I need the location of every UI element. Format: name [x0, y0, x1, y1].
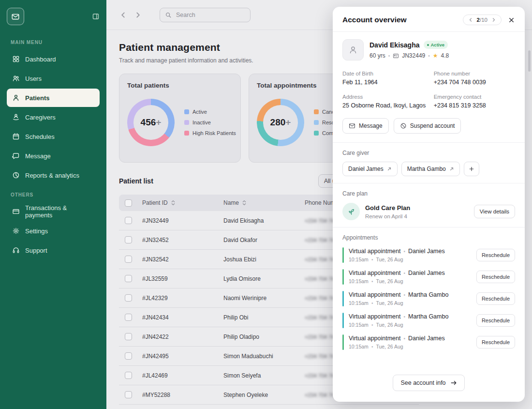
- care-plan-name: Gold Care Plan: [365, 204, 410, 212]
- sidebar-item-label: Message: [25, 152, 51, 160]
- search-box[interactable]: [160, 8, 251, 22]
- legend-item: Active: [184, 109, 236, 115]
- reschedule-button[interactable]: Reschedule: [476, 336, 515, 348]
- legend-item: Inactive: [184, 120, 236, 125]
- nav-forward-icon[interactable]: [133, 11, 142, 19]
- select-all-checkbox[interactable]: [125, 199, 132, 207]
- id-card-icon: [393, 53, 399, 59]
- row-checkbox[interactable]: [125, 333, 132, 340]
- sidebar-item-support[interactable]: Support: [7, 241, 100, 259]
- sidebar: MAIN MENU Dashboard Users Patients Careg…: [0, 0, 106, 409]
- external-link-icon: [387, 167, 392, 171]
- row-checkbox[interactable]: [125, 352, 132, 360]
- status-badge: Active: [424, 41, 448, 49]
- others-label: OTHERS: [11, 192, 96, 197]
- sidebar-item-label: Users: [25, 75, 42, 82]
- legend-swatch: [184, 131, 189, 136]
- legend-swatch: [184, 109, 189, 114]
- patients-legend: Active Inactive High Risk Patients: [184, 109, 236, 136]
- arrow-right-icon: [450, 379, 457, 386]
- sidebar-item-label: Transactions & payments: [25, 204, 94, 219]
- profile-actions: Message Suspend account: [333, 110, 525, 142]
- support-headset-icon: [12, 246, 20, 254]
- others-menu: Transactions & payments Settings Support: [7, 202, 100, 259]
- sidebar-item-patients[interactable]: Patients: [7, 89, 100, 107]
- pager-next-icon[interactable]: [491, 17, 497, 23]
- legend-swatch: [184, 120, 189, 125]
- card-title: Total patients: [127, 82, 233, 89]
- appointment-item: Virtual appointment•Daniel James 10:15am…: [342, 334, 515, 350]
- app-logo-icon: [7, 8, 24, 25]
- panel-header: Account overview 2/10: [333, 7, 525, 32]
- care-giver-section: Care giver Daniel James Martha Gambo: [333, 142, 525, 183]
- page-scrollbar[interactable]: [528, 50, 531, 72]
- row-checkbox[interactable]: [125, 256, 132, 263]
- patient-id: JN32449: [402, 52, 425, 59]
- settings-gear-icon: [12, 227, 20, 235]
- sidebar-item-reports[interactable]: Reports & analytics: [7, 166, 100, 184]
- appointments-total-value: 280+: [257, 99, 304, 146]
- caregiver-chip[interactable]: Martha Gambo: [401, 162, 460, 176]
- detail-field: Phone number +234 704 748 0039: [434, 71, 515, 86]
- care-plan-section: Care plan Gold Care Plan Renew on April …: [333, 183, 525, 227]
- row-checkbox[interactable]: [125, 294, 132, 302]
- sidebar-item-users[interactable]: Users: [7, 69, 100, 88]
- detail-field: Emergency contact +234 815 319 3258: [434, 94, 515, 109]
- patient-details: Date of Birth Feb 11, 1964 Phone number …: [333, 62, 525, 110]
- sort-icon[interactable]: [171, 199, 176, 206]
- reschedule-button[interactable]: Reschedule: [476, 271, 515, 283]
- caregiver-chip[interactable]: Daniel James: [342, 162, 398, 176]
- patient-age: 60 yrs: [369, 52, 385, 59]
- sidebar-item-settings[interactable]: Settings: [7, 222, 100, 240]
- add-caregiver-button[interactable]: [464, 162, 479, 176]
- account-overview-panel: Account overview 2/10 David Ekisagha Act…: [333, 7, 525, 402]
- legend-swatch: [314, 120, 319, 125]
- patient-name: David Ekisagha: [369, 41, 420, 49]
- plant-icon: [342, 203, 360, 220]
- pager-prev-icon[interactable]: [468, 17, 473, 23]
- patient-list-title: Patient list: [119, 177, 153, 185]
- row-checkbox[interactable]: [125, 236, 132, 243]
- search-input[interactable]: [175, 11, 245, 19]
- care-giver-label: Care giver: [342, 150, 515, 156]
- suspend-account-button[interactable]: Suspend account: [394, 118, 461, 134]
- sidebar-item-label: Settings: [25, 227, 48, 235]
- appointment-color-bar: [342, 313, 344, 328]
- message-button[interactable]: Message: [342, 118, 389, 134]
- legend-swatch: [314, 131, 319, 136]
- view-details-button[interactable]: View details: [474, 205, 515, 218]
- sidebar-item-dashboard[interactable]: Dashboard: [7, 50, 100, 68]
- external-link-icon: [449, 167, 454, 171]
- sidebar-item-label: Reports & analytics: [25, 172, 79, 179]
- app-root: MAIN MENU Dashboard Users Patients Careg…: [0, 0, 532, 409]
- schedules-icon: [12, 133, 20, 140]
- sidebar-item-schedules[interactable]: Schedules: [7, 127, 100, 146]
- row-checkbox[interactable]: [125, 314, 132, 321]
- nav-back-icon[interactable]: [119, 11, 128, 19]
- sidebar-collapse-icon[interactable]: [92, 13, 100, 20]
- reschedule-button[interactable]: Reschedule: [476, 292, 515, 305]
- patient-profile: David Ekisagha Active 60 yrs • JN32449 •…: [333, 32, 525, 62]
- appointment-color-bar: [342, 269, 344, 285]
- row-checkbox[interactable]: [125, 275, 132, 282]
- sidebar-item-transactions[interactable]: Transactions & payments: [7, 202, 100, 221]
- sidebar-item-label: Caregivers: [25, 114, 56, 121]
- row-checkbox[interactable]: [125, 391, 132, 398]
- close-icon[interactable]: [508, 16, 515, 24]
- sidebar-item-caregivers[interactable]: Caregivers: [7, 108, 100, 126]
- star-icon: ★: [433, 52, 438, 59]
- reschedule-button[interactable]: Reschedule: [476, 314, 515, 327]
- row-checkbox[interactable]: [125, 217, 132, 224]
- reschedule-button[interactable]: Reschedule: [476, 249, 515, 261]
- envelope-icon: [349, 122, 355, 129]
- sort-icon[interactable]: [242, 199, 247, 206]
- detail-field: Date of Birth Feb 11, 1964: [342, 71, 428, 86]
- see-account-info-button[interactable]: See account info: [393, 375, 464, 391]
- pager-count: 2/10: [477, 17, 488, 23]
- sidebar-item-message[interactable]: Message: [7, 147, 100, 165]
- main-menu-label: MAIN MENU: [11, 40, 96, 45]
- avatar: [342, 39, 364, 61]
- care-plan-renewal: Renew on April 4: [365, 213, 410, 219]
- panel-title: Account overview: [342, 15, 463, 24]
- row-checkbox[interactable]: [125, 372, 132, 379]
